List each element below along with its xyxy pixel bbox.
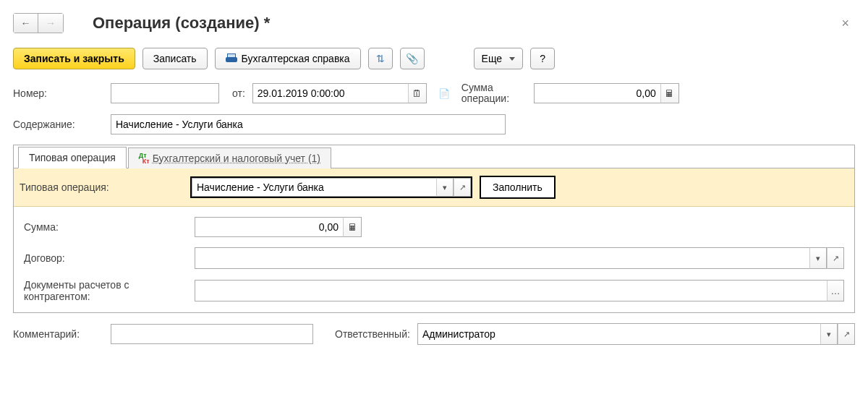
close-icon[interactable]: × [835, 16, 855, 31]
number-label: Номер: [13, 87, 103, 99]
header-row: ← → Операция (создание) * × [13, 13, 855, 33]
description-label: Содержание: [13, 119, 103, 130]
open-external-icon [459, 183, 466, 192]
date-input-group [252, 83, 427, 103]
calendar-icon [412, 88, 422, 99]
tree-icon [376, 53, 385, 64]
sum-input[interactable] [534, 83, 660, 103]
template-operation-row: Типовая операция: ▾ Заполнить [14, 168, 854, 207]
date-input[interactable] [252, 83, 408, 103]
contract-select: ▾ [195, 247, 844, 269]
print-report-button[interactable]: Бухгалтерская справка [215, 48, 361, 69]
number-input[interactable] [111, 83, 219, 103]
tab1-label: Типовая операция [29, 152, 116, 163]
printer-icon [226, 54, 237, 64]
date-from-label: от: [232, 87, 245, 99]
responsible-label: Ответственный: [335, 328, 410, 340]
nav-back-button[interactable]: ← [14, 14, 38, 33]
contract-label: Договор: [24, 252, 187, 264]
tab2-label: Бухгалтерский и налоговый учет (1) [153, 153, 320, 164]
sum-input-group [534, 83, 679, 103]
amount-label: Сумма: [24, 221, 187, 233]
print-report-label: Бухгалтерская справка [242, 53, 350, 64]
tab-template-operation[interactable]: Типовая операция [18, 147, 127, 168]
tree-view-button[interactable] [368, 48, 393, 69]
toolbar: Записать и закрыть Записать Бухгалтерска… [13, 48, 855, 69]
help-button[interactable]: ? [530, 48, 555, 69]
nav-buttons: ← → [13, 13, 64, 33]
settlement-docs-input[interactable] [195, 280, 827, 301]
amount-input[interactable] [195, 217, 343, 237]
sum-calc-button[interactable] [660, 83, 679, 103]
amount-calc-button[interactable] [343, 217, 362, 237]
tab-accounting[interactable]: Дт Кт Бухгалтерский и налоговый учет (1) [128, 147, 331, 168]
sum-label: Сумма операции: [461, 82, 527, 104]
attachments-button[interactable] [400, 48, 425, 69]
comment-input[interactable] [111, 324, 313, 344]
row-description: Содержание: [13, 114, 855, 134]
fill-button[interactable]: Заполнить [480, 176, 556, 199]
calculator-icon [665, 88, 674, 99]
description-input[interactable] [111, 114, 506, 134]
contract-input[interactable] [195, 247, 809, 269]
ellipsis-icon [831, 286, 841, 296]
template-operation-label: Типовая операция: [20, 181, 183, 193]
dtkt-icon: Дт Кт [139, 153, 150, 164]
responsible-input[interactable] [417, 323, 820, 345]
row-settlement-docs: Документы расчетов с контрагентом: [24, 279, 844, 302]
calendar-button[interactable] [408, 83, 427, 103]
settlement-docs-select [195, 280, 844, 301]
row-amount: Сумма: [24, 217, 844, 237]
template-open-button[interactable] [454, 178, 471, 197]
calculator-icon [348, 222, 357, 233]
doc-icon [438, 87, 450, 99]
template-operation-select: ▾ [190, 176, 472, 198]
row-comment-responsible: Комментарий: Ответственный: ▾ [13, 323, 855, 345]
more-button[interactable]: Еще [474, 48, 524, 69]
tabs-container: Типовая операция Дт Кт Бухгалтерский и н… [13, 145, 855, 313]
amount-input-group [195, 217, 362, 237]
settlement-docs-browse-button[interactable] [827, 280, 844, 301]
open-external-icon [833, 254, 839, 263]
page-title: Операция (создание) * [93, 14, 270, 33]
save-and-close-button[interactable]: Записать и закрыть [13, 48, 135, 69]
save-button[interactable]: Записать [142, 48, 208, 69]
comment-label: Комментарий: [13, 328, 103, 340]
open-external-icon [843, 330, 850, 339]
tab-headers: Типовая операция Дт Кт Бухгалтерский и н… [14, 145, 854, 168]
responsible-select: ▾ [417, 323, 855, 345]
contract-dropdown-button[interactable]: ▾ [809, 247, 827, 269]
template-operation-input[interactable] [192, 178, 436, 197]
nav-forward-button[interactable]: → [38, 14, 63, 33]
contract-open-button[interactable] [827, 247, 844, 269]
row-number-date-sum: Номер: от: Сумма операции: [13, 82, 855, 104]
settlement-docs-label: Документы расчетов с контрагентом: [24, 279, 187, 302]
responsible-open-button[interactable] [838, 323, 855, 345]
row-contract: Договор: ▾ [24, 247, 844, 269]
tab-body: Типовая операция: ▾ Заполнить Сумма: Дог… [14, 168, 854, 312]
paperclip-icon [406, 53, 418, 64]
responsible-dropdown-button[interactable]: ▾ [820, 323, 838, 345]
template-dropdown-button[interactable]: ▾ [436, 178, 454, 197]
